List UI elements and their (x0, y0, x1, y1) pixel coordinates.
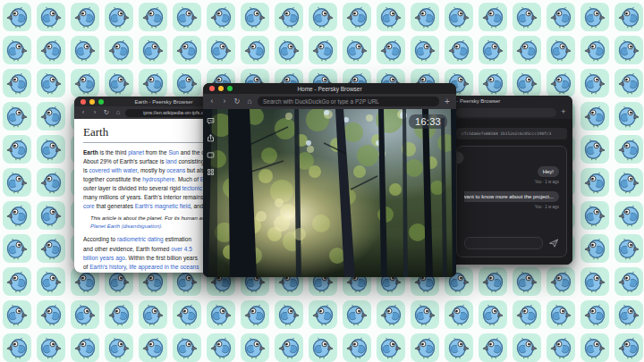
home-icon[interactable]: ⌂ (245, 97, 254, 105)
bird-icon (39, 237, 63, 260)
reload-icon[interactable]: ↻ (102, 109, 111, 116)
bird-icon (345, 5, 369, 29)
bird-icon (617, 237, 640, 260)
forest-photo (203, 109, 456, 277)
wallpaper-tile (173, 300, 201, 329)
forward-icon[interactable]: › (90, 109, 99, 116)
chat-icon[interactable] (207, 117, 215, 125)
wallpaper-tile (241, 36, 269, 64)
wallpaper-tile (139, 300, 167, 329)
bird-icon (583, 38, 606, 62)
grid-icon[interactable] (207, 168, 215, 176)
bird-icon (413, 336, 436, 359)
chat-message-bubble: Hey! (538, 166, 559, 177)
bird-icon (39, 38, 63, 62)
wallpaper-tile (71, 333, 99, 362)
bird-icon (73, 38, 97, 62)
wallpaper-tile (547, 36, 575, 64)
home-titlebar[interactable]: Home - Peersky Browser (203, 83, 456, 94)
home-icon[interactable]: ⌂ (114, 109, 123, 116)
bird-icon (39, 5, 63, 29)
bird-icon (5, 171, 29, 194)
wallpaper-tile (343, 333, 371, 362)
bird-icon (617, 336, 640, 359)
wallpaper-tile (580, 201, 609, 230)
bird-icon (583, 171, 606, 194)
back-icon[interactable]: ‹ (208, 97, 216, 105)
forward-icon[interactable]: › (220, 97, 229, 105)
bird-icon (447, 5, 470, 29)
bird-icon (243, 336, 267, 359)
url-bar[interactable] (455, 108, 556, 117)
wallpaper-tile (411, 300, 439, 329)
wiki-link[interactable]: Earth's history (89, 264, 126, 270)
bird-icon (73, 336, 97, 359)
text-span: estimation (164, 236, 191, 242)
bird-icon (413, 303, 436, 326)
text-span: , mostly by (137, 167, 166, 173)
wiki-link[interactable]: Sun (168, 149, 179, 156)
window-title: Chat - Peersky Browser (451, 98, 572, 104)
wallpaper-tile (377, 3, 405, 31)
wiki-link[interactable]: covered with water (89, 167, 138, 173)
bird-icon (515, 336, 538, 359)
wallpaper-tile (3, 102, 31, 130)
bird-icon (583, 72, 606, 95)
wiki-link[interactable]: planet (128, 149, 144, 156)
wiki-link[interactable]: core (83, 203, 95, 209)
wallpaper-tile (71, 3, 99, 31)
share-icon[interactable] (207, 134, 215, 142)
wallpaper-tile (173, 3, 201, 31)
wiki-link[interactable]: Planet Earth (disambiguation) (90, 223, 161, 229)
wallpaper-tile (580, 168, 609, 197)
wallpaper-tile (37, 333, 65, 362)
wallpaper-tile (445, 3, 473, 31)
bird-icon (209, 303, 233, 326)
bird-icon (311, 303, 335, 326)
home-page: 16:33 (203, 109, 456, 277)
bird-icon (277, 38, 301, 62)
reload-icon[interactable]: ↻ (233, 97, 242, 105)
wallpaper-tile (71, 300, 99, 329)
new-tab-icon[interactable]: + (559, 108, 568, 116)
bird-icon (277, 5, 301, 29)
wallpaper-tile (445, 36, 473, 64)
bird-icon (311, 38, 335, 62)
bird-icon (481, 5, 504, 29)
wallpaper-tile (3, 3, 31, 31)
wiki-link[interactable]: land (165, 158, 176, 164)
wallpaper-tile (547, 69, 575, 97)
bird-icon (5, 303, 29, 326)
wallpaper-tile (207, 333, 235, 362)
wiki-link[interactable]: over 4.5 (171, 246, 192, 252)
wallpaper-tile (580, 36, 609, 64)
wiki-link[interactable]: radiometric dating (117, 236, 164, 242)
wallpaper-tile (241, 300, 269, 329)
wiki-link[interactable]: oceans (166, 167, 185, 173)
wallpaper-tile (479, 267, 507, 296)
bird-icon (107, 38, 131, 62)
bird-icon (549, 38, 572, 62)
bird-icon (243, 5, 267, 29)
bird-icon (583, 270, 606, 293)
window-icon[interactable] (207, 151, 215, 159)
wallpaper-tile (3, 300, 31, 329)
wallpaper-tile (275, 3, 303, 31)
wiki-link[interactable]: hydrosphere (142, 176, 174, 182)
bird-icon (209, 5, 233, 29)
wiki-link[interactable]: billion years ago (83, 255, 125, 261)
bird-icon (583, 5, 606, 29)
wiki-link[interactable]: Earth's magnetic field (135, 203, 191, 209)
bird-icon (39, 72, 63, 95)
send-button[interactable] (547, 238, 559, 248)
wallpaper-tile (614, 102, 643, 130)
new-tab-icon[interactable]: + (443, 97, 452, 106)
message-input[interactable] (464, 237, 543, 249)
bird-icon (39, 303, 63, 326)
back-icon[interactable]: ‹ (79, 109, 88, 116)
wiki-link[interactable]: life appeared in the oceans (129, 264, 199, 270)
search-input[interactable] (258, 97, 439, 106)
bird-icon (277, 336, 301, 359)
chat-titlebar[interactable]: Chat - Peersky Browser (451, 96, 572, 105)
wallpaper-tile (614, 36, 643, 64)
